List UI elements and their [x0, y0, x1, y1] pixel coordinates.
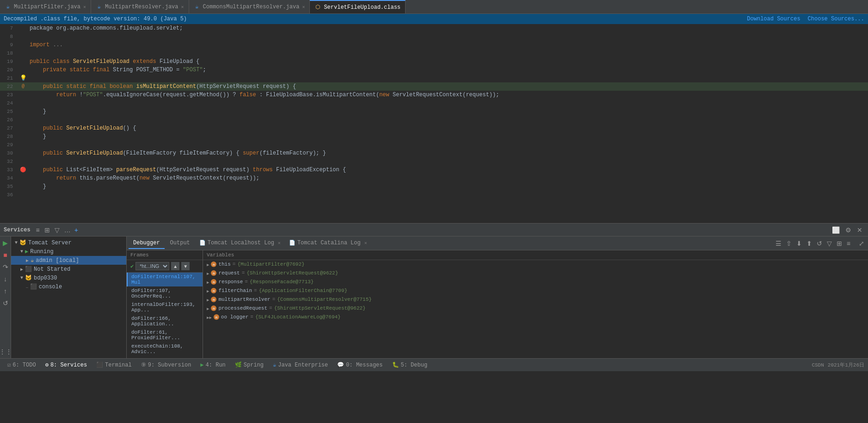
code-editor: 7 package org.apache.commons.fileupload.… [0, 24, 868, 223]
class-icon: ⬡ [314, 4, 321, 11]
service-item-not-started[interactable]: ⬛ Not Started [11, 265, 126, 274]
tab-commons-multipart[interactable]: ☕ CommonsMultipartResolver.java ✕ [189, 0, 310, 13]
services-title: Services [4, 227, 31, 233]
resize-btn[interactable]: ⤢ [857, 239, 866, 248]
frame-item[interactable]: doFilterInternal:107, Mul [127, 273, 203, 286]
refresh-icon-btn[interactable]: ↺ [815, 239, 824, 248]
expand-icon: ▶▶ [207, 315, 212, 320]
tab-multipart-filter[interactable]: ☕ MultipartFilter.java ✕ [0, 0, 91, 13]
download-sources-link[interactable]: Download Sources [747, 16, 800, 22]
code-line-33: 33 🔴 public List<FileItem> parseRequest(… [0, 166, 868, 174]
frame-up-btn[interactable]: ▲ [171, 262, 179, 270]
settings-btn[interactable]: ⚙ [843, 225, 853, 235]
service-item-running[interactable]: ▶ Running [11, 247, 126, 256]
code-line-28: 28 } [0, 132, 868, 141]
var-item-logger[interactable]: ▶▶ m oo logger = {SLF4JLocationAwareLog@… [203, 313, 868, 322]
tab-multipart-resolver[interactable]: ☕ MultipartResolver.java ✕ [91, 0, 189, 13]
variables-panel: Variables ▶ m this = {MultipartFilter@76… [203, 250, 868, 358]
status-todo[interactable]: ☑ 6: TODO [4, 361, 40, 369]
services-tree-panel: 🐱 Tomcat Server ▶ Running ☕ admin [local… [11, 236, 127, 358]
add-service-btn[interactable]: + [74, 225, 79, 235]
var-item-response[interactable]: ▶ m response = {ResponseFacade@7713} [203, 278, 868, 286]
restore-btn[interactable]: ⇧ [784, 239, 794, 248]
run-icon: ▶ [200, 361, 203, 368]
filter-icon-btn[interactable]: ▽ [825, 239, 834, 248]
code-line-36: 36 [0, 191, 868, 199]
tab-servlet-file-upload[interactable]: ⬡ ServletFileUpload.class [310, 0, 406, 13]
variables-header: Variables [203, 250, 868, 260]
tab-close-btn[interactable]: ✕ [83, 4, 86, 10]
upload-icon-btn[interactable]: ⬆ [805, 239, 814, 248]
var-item-filterchain[interactable]: ▶ m filterChain = {ApplicationFilterChai… [203, 286, 868, 295]
log-close-btn[interactable]: ✕ [364, 240, 367, 246]
code-line-19: 19 public class ServletFileUpload extend… [0, 57, 868, 66]
rerun-btn[interactable]: ↺ [1, 299, 10, 308]
more-icon-btn[interactable]: ≡ [845, 239, 852, 248]
tab-output[interactable]: Output [166, 238, 195, 249]
collapse-all-btn[interactable]: ≡ [34, 225, 42, 235]
frame-item[interactable]: internalDoFilter:193, App... [127, 300, 203, 314]
frame-item[interactable]: doFilter:107, OncePerReq... [127, 286, 203, 300]
frame-item[interactable]: doFilter:61, ProxiedFilter... [127, 328, 203, 342]
expand-icon [20, 267, 23, 272]
maximize-btn[interactable]: ⬜ [830, 225, 842, 235]
filter-btn[interactable]: ▽ [53, 225, 62, 235]
grid-icon-btn[interactable]: ⊞ [835, 239, 844, 248]
group-services-btn[interactable]: ⊞ [43, 225, 52, 235]
status-terminal[interactable]: ⬛ Terminal [92, 361, 135, 369]
tab-tomcat-localhost[interactable]: 📄 Tomcat Localhost Log ✕ [196, 238, 284, 249]
service-label: admin [local] [36, 257, 79, 264]
todo-icon: ☑ [7, 361, 11, 368]
spring-icon: 🌿 [235, 361, 242, 368]
status-subversion[interactable]: ⑨ 9: Subversion [137, 361, 195, 369]
status-java-enterprise[interactable]: ☕ Java Enterprise [269, 361, 332, 369]
tab-tomcat-catalina[interactable]: 📄 Tomcat Catalina Log ✕ [285, 238, 371, 249]
settings-icon-btn[interactable]: ☰ [774, 239, 783, 248]
frame-dropdown[interactable]: *ht...ING [135, 262, 169, 270]
choose-sources-link[interactable]: Choose Sources... [808, 16, 864, 22]
service-item-bdp0330[interactable]: 🐱 bdp0330 [11, 274, 126, 282]
hide-btn[interactable]: ✕ [855, 225, 864, 235]
log-close-btn[interactable]: ✕ [278, 240, 281, 246]
service-label: Running [30, 249, 53, 255]
status-run[interactable]: ▶ 4: Run [197, 361, 229, 369]
service-item-tomcat-server[interactable]: 🐱 Tomcat Server [11, 238, 126, 247]
service-item-admin[interactable]: ☕ admin [local] [11, 256, 126, 265]
run-btn[interactable]: ▶ [1, 238, 10, 248]
service-item-console[interactable]: ⬛ console [11, 282, 126, 291]
step-in-btn[interactable]: ↓ [2, 274, 9, 284]
log-file-icon: 📄 [289, 240, 295, 246]
tab-close-btn[interactable]: ✕ [181, 4, 184, 10]
frame-down-btn[interactable]: ▼ [181, 262, 190, 270]
var-item-processedrequest[interactable]: ▶ m processedRequest = {ShiroHttpServlet… [203, 304, 868, 313]
more-btn[interactable]: … [62, 225, 73, 235]
frames-header: Frames [127, 250, 203, 260]
step-out-btn[interactable]: ↑ [2, 286, 9, 296]
var-item-request[interactable]: ▶ m request = {ShiroHttpServletRequest@9… [203, 269, 868, 278]
console-dash-icon [26, 284, 28, 290]
check-icon: ✔ [130, 263, 134, 270]
code-line-18: 18 [0, 49, 868, 57]
var-type-icon: m [211, 261, 216, 267]
expand-icon [20, 275, 23, 280]
status-messages[interactable]: 💬 0: Messages [333, 361, 386, 369]
bottom-main: ▶ ■ ↷ ↓ ↑ ↺ ⋮⋮ 🐱 Tomcat Server ▶ Running [0, 236, 868, 358]
tab-debugger[interactable]: Debugger [129, 238, 165, 249]
info-links: Download Sources Choose Sources... [747, 16, 864, 22]
tab-close-btn[interactable]: ✕ [302, 4, 305, 10]
code-line-24: 24 [0, 99, 868, 107]
step-over-btn[interactable]: ↷ [1, 262, 10, 272]
var-item-this[interactable]: ▶ m this = {MultipartFilter@7692} [203, 260, 868, 269]
status-services[interactable]: ⚙ 8: Services [42, 361, 91, 369]
service-label: Tomcat Server [28, 240, 72, 246]
status-debug[interactable]: 🐛 5: Debug [388, 361, 431, 369]
stop-btn[interactable]: ■ [1, 250, 9, 260]
var-item-multipartresolver[interactable]: ▶ m multipartResolver = {CommonsMultipar… [203, 295, 868, 304]
frame-item[interactable]: executeChain:108, Advic... [127, 342, 203, 356]
status-spring[interactable]: 🌿 Spring [231, 361, 267, 369]
frame-item[interactable]: doFilter:166, Application... [127, 314, 203, 328]
expand-icon: ▶ [207, 306, 209, 311]
code-line-27: 27 public ServletFileUpload() { [0, 124, 868, 132]
download-icon-btn[interactable]: ⬇ [794, 239, 804, 248]
expand-icon [26, 258, 29, 263]
